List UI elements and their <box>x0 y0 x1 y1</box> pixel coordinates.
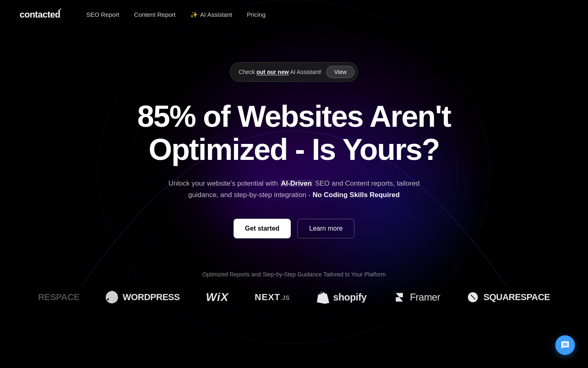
respace-text: RESPACE <box>38 292 79 303</box>
hero-section: Check out our new AI Assistant! View 85%… <box>0 29 588 271</box>
nav-link-seo-report[interactable]: SEO Report <box>86 11 119 18</box>
platform-logo-nextjs: NEXT.JS <box>255 292 290 303</box>
nav-links: SEO Report Content Report ✨AI Assistant … <box>86 11 265 18</box>
shopify-icon <box>316 291 329 304</box>
learn-more-button[interactable]: Learn more <box>297 219 354 238</box>
sparkle-icon: ✨ <box>190 11 198 18</box>
platform-logo-shopify: shopify <box>316 291 367 304</box>
announcement-highlight: out our new <box>256 69 289 75</box>
hero-title-line1: 85% of Websites Aren't <box>137 99 450 133</box>
hero-sub-no-code-highlight: No Coding Skills Required <box>312 191 399 199</box>
nav-item-content-report[interactable]: Content Report <box>134 11 176 18</box>
hero-title: 85% of Websites Aren't Optimized - Is Yo… <box>137 100 450 166</box>
cta-group: Get started Learn more <box>234 219 354 238</box>
platform-label: Optimized Reports and Step-by-Step Guida… <box>203 271 386 278</box>
platform-logo-squarespace-right: SQUARESPACE <box>466 291 550 304</box>
get-started-button[interactable]: Get started <box>234 219 291 238</box>
wix-text: WiX <box>206 291 229 304</box>
platform-logos: RESPACE WORDPRESS WiX NEXT.JS <box>0 291 588 304</box>
nav-link-content-report[interactable]: Content Report <box>134 11 176 18</box>
nextjs-text: NEXT.JS <box>255 292 290 303</box>
squarespace-text: SQUARESPACE <box>483 292 550 303</box>
hero-sub-part1: Unlock your website's potential with <box>169 180 280 187</box>
platform-logo-squarespace-left: RESPACE <box>38 292 79 303</box>
platform-logo-wix: WiX <box>206 291 229 304</box>
squarespace-icon <box>466 291 479 304</box>
announcement-pill: Check out our new AI Assistant! View <box>230 62 358 82</box>
chat-button[interactable] <box>555 335 575 355</box>
nav-item-pricing[interactable]: Pricing <box>247 11 265 18</box>
wordpress-text: WORDPRESS <box>122 292 180 303</box>
platform-logo-wordpress: WORDPRESS <box>105 291 180 304</box>
platform-logo-framer: Framer <box>393 291 440 304</box>
hero-title-line2: Optimized - Is Yours? <box>149 132 439 166</box>
framer-icon <box>393 291 406 304</box>
platform-section: Optimized Reports and Step-by-Step Guida… <box>0 271 588 304</box>
hero-sub-ai-highlight: AI-Driven <box>280 180 313 187</box>
nav-item-ai-assistant[interactable]: ✨AI Assistant <box>190 11 232 18</box>
shopify-text: shopify <box>333 292 367 303</box>
framer-text: Framer <box>410 292 440 303</box>
nav-link-pricing[interactable]: Pricing <box>247 11 265 18</box>
chat-icon <box>561 341 570 350</box>
announcement-view-button[interactable]: View <box>326 66 354 78</box>
logo[interactable]: contacted✓ <box>20 9 60 20</box>
announcement-text: Check out our new AI Assistant! <box>238 69 321 75</box>
nav-link-ai-assistant[interactable]: ✨AI Assistant <box>190 11 232 18</box>
nav-item-seo-report[interactable]: SEO Report <box>86 11 119 18</box>
logo-checkmark-icon: ✓ <box>57 7 62 13</box>
logo-text: contacted✓ <box>20 9 60 20</box>
wordpress-icon <box>105 291 118 304</box>
hero-subtitle: Unlock your website's potential with AI-… <box>155 178 433 201</box>
navbar: contacted✓ SEO Report Content Report ✨AI… <box>0 0 588 29</box>
